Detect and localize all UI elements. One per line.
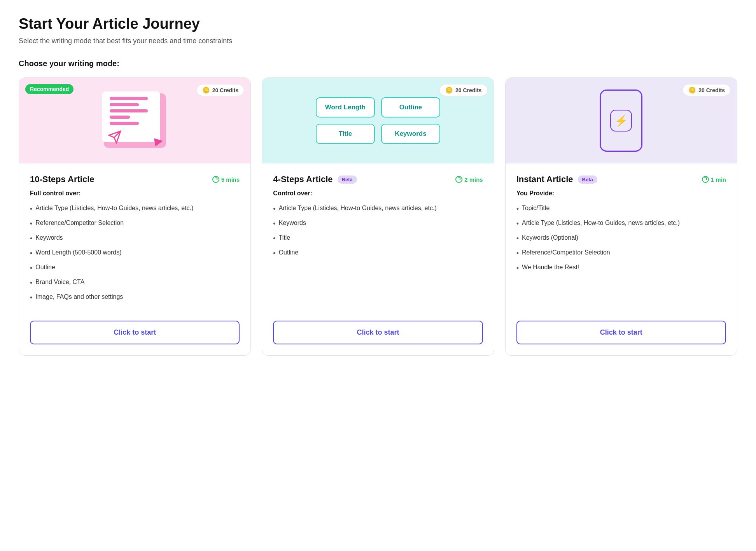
list-item: Keywords — [30, 231, 240, 246]
document-illustration: ▶ — [100, 89, 170, 152]
list-item: Keywords (Optional) — [516, 231, 726, 246]
feature-box-outline: Outline — [381, 97, 440, 118]
cards-grid: Recommended 🪙 20 Credits — [19, 77, 737, 356]
time-label: 2 mins — [464, 176, 483, 183]
feature-list-four-steps: Article Type (Listicles, How-to Guides, … — [273, 202, 483, 305]
send-icon — [108, 130, 122, 144]
clock-icon — [702, 176, 709, 183]
credits-label: 20 Credits — [455, 87, 482, 93]
list-item: Keywords — [273, 216, 483, 231]
card-title-instant: Instant Article — [516, 174, 573, 184]
clock-icon — [455, 176, 462, 183]
feature-box-keywords: Keywords — [381, 124, 440, 144]
feature-list-ten-steps: Article Type (Listicles, How-to Guides, … — [30, 202, 240, 305]
credits-label: 20 Credits — [698, 87, 725, 93]
credits-badge-instant: 🪙 20 Credits — [682, 84, 731, 96]
list-item: Brand Voice, CTA — [30, 276, 240, 290]
card-title-ten-steps: 10-Steps Article — [30, 174, 94, 184]
card-title-row: 4-Steps Article Beta 2 mins — [273, 174, 483, 184]
card-footer-ten-steps: Click to start — [19, 321, 250, 355]
start-button-ten-steps[interactable]: Click to start — [30, 321, 240, 344]
credits-icon: 🪙 — [688, 86, 696, 94]
list-item: Title — [273, 231, 483, 246]
control-label-ten-steps: Full control over: — [30, 190, 240, 197]
card-body-ten-steps: 10-Steps Article 5 mins Full control ove… — [19, 163, 250, 321]
feature-box-word-length: Word Length — [316, 97, 375, 118]
recommended-badge: Recommended — [25, 84, 74, 94]
section-label: Choose your writing mode: — [19, 59, 737, 68]
list-item: Outline — [273, 246, 483, 261]
feature-box-title: Title — [316, 124, 375, 144]
list-item: Reference/Competitor Selection — [516, 246, 726, 261]
card-footer-four-steps: Click to start — [262, 321, 494, 355]
credits-icon: 🪙 — [445, 86, 453, 94]
page-subtitle: Select the writing mode that best fits y… — [19, 37, 737, 45]
time-badge-instant: 1 min — [702, 176, 726, 183]
credits-badge-four-steps: 🪙 20 Credits — [439, 84, 488, 96]
list-item: Word Length (500-5000 words) — [30, 246, 240, 261]
credits-icon: 🪙 — [202, 86, 210, 94]
control-label-instant: You Provide: — [516, 190, 726, 197]
beta-badge-instant: Beta — [578, 175, 597, 184]
list-item: Outline — [30, 261, 240, 276]
card-footer-instant: Click to start — [506, 321, 737, 355]
teal-feature-grid: Word Length Outline Title Keywords — [316, 97, 440, 144]
beta-badge-four-steps: Beta — [338, 175, 357, 184]
card-title-row: 10-Steps Article 5 mins — [30, 174, 240, 184]
list-item: Image, FAQs and other settings — [30, 290, 240, 305]
clock-icon — [212, 176, 219, 183]
card-ten-steps: Recommended 🪙 20 Credits — [19, 77, 251, 356]
card-illustration-ten-steps: Recommended 🪙 20 Credits — [19, 78, 250, 163]
card-title-row: Instant Article Beta 1 min — [516, 174, 726, 184]
page-title: Start Your Article Journey — [19, 16, 737, 32]
phone-outline: ⚡ — [600, 89, 642, 152]
card-illustration-instant: 🪙 20 Credits ⚡ — [506, 78, 737, 163]
list-item: Article Type (Listicles, How-to Guides, … — [516, 216, 726, 231]
start-button-four-steps[interactable]: Click to start — [273, 321, 483, 344]
lightning-box: ⚡ — [610, 110, 632, 132]
time-badge-ten-steps: 5 mins — [212, 176, 240, 183]
card-illustration-four-steps: 🪙 20 Credits Word Length Outline Title K… — [262, 78, 494, 163]
control-label-four-steps: Control over: — [273, 190, 483, 197]
list-item: Reference/Competitor Selection — [30, 216, 240, 231]
card-four-steps: 🪙 20 Credits Word Length Outline Title K… — [262, 77, 494, 356]
list-item: We Handle the Rest! — [516, 261, 726, 276]
time-badge-four-steps: 2 mins — [455, 176, 483, 183]
phone-illustration: ⚡ — [515, 87, 728, 154]
lightning-icon: ⚡ — [614, 114, 628, 127]
card-body-instant: Instant Article Beta 1 min You Provide: … — [506, 163, 737, 321]
credits-badge-ten-steps: 🪙 20 Credits — [196, 84, 245, 96]
list-item: Article Type (Listicles, How-to Guides, … — [273, 202, 483, 216]
card-body-four-steps: 4-Steps Article Beta 2 mins Control over… — [262, 163, 494, 321]
time-label: 1 min — [711, 176, 726, 183]
start-button-instant[interactable]: Click to start — [516, 321, 726, 344]
credits-label: 20 Credits — [212, 87, 239, 93]
card-title-four-steps: 4-Steps Article — [273, 174, 332, 184]
time-label: 5 mins — [221, 176, 240, 183]
list-item: Article Type (Listicles, How-to Guides, … — [30, 202, 240, 216]
card-instant: 🪙 20 Credits ⚡ Instant Article Beta 1 mi… — [505, 77, 737, 356]
feature-list-instant: Topic/Title Article Type (Listicles, How… — [516, 202, 726, 305]
list-item: Topic/Title — [516, 202, 726, 216]
